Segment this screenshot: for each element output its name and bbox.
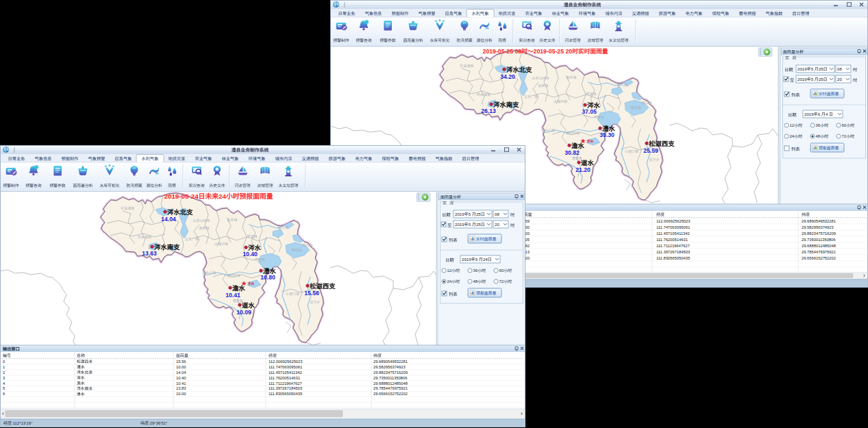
svg-text:29.8823475716209: 29.8823475716209 <box>373 370 408 375</box>
svg-text:111.397267184503: 111.397267184503 <box>269 386 302 390</box>
svg-text:29.8823475716209: 29.8823475716209 <box>802 231 836 236</box>
svg-text:25.59: 25.59 <box>643 147 658 154</box>
svg-text:72: 72 <box>499 279 504 284</box>
svg-text:2019: 2019 <box>804 112 814 116</box>
svg-text:29.7350011350806: 29.7350011350806 <box>802 238 836 242</box>
svg-text:29.582956374923: 29.582956374923 <box>373 365 406 369</box>
svg-text:60: 60 <box>842 123 847 127</box>
svg-text:29.7854476975921: 29.7854476975921 <box>373 386 408 390</box>
svg-text:112.006925625023: 112.006925625023 <box>269 360 303 364</box>
svg-text:2019-05-24: 2019-05-24 <box>164 192 199 200</box>
svg-text:10.40: 10.40 <box>243 251 258 257</box>
svg-text:111.76200514631: 111.76200514631 <box>269 376 300 380</box>
svg-text:29.582956374923: 29.582956374923 <box>802 225 834 229</box>
svg-text:08: 08 <box>495 212 499 216</box>
svg-text:0: 0 <box>3 360 5 364</box>
svg-text:25: 25 <box>819 66 823 71</box>
svg-text:15.56: 15.56 <box>176 360 186 364</box>
svg-text::29°36'51": :29°36'51" <box>149 421 167 425</box>
svg-text:10.41: 10.41 <box>176 381 186 386</box>
svg-text:29.7854476975921: 29.7854476975921 <box>802 250 836 254</box>
svg-text::112°13'19": :112°13'19" <box>12 421 32 425</box>
svg-text:36: 36 <box>473 268 478 273</box>
svg-text:2019: 2019 <box>462 257 471 262</box>
svg-text:10.41: 10.41 <box>225 292 240 299</box>
svg-text:13.83: 13.83 <box>176 386 186 390</box>
svg-text:6: 6 <box>3 392 5 396</box>
svg-text:25: 25 <box>819 77 823 81</box>
svg-text:08: 08 <box>837 66 842 71</box>
svg-text:29.7350011350806: 29.7350011350806 <box>373 376 408 380</box>
svg-text:2019-05-25 20: 2019-05-25 20 <box>534 48 573 55</box>
svg-text:5: 5 <box>3 386 5 390</box>
svg-text:29.6566152752202: 29.6566152752202 <box>373 392 408 396</box>
svg-text:111.457105411342: 111.457105411342 <box>269 370 302 375</box>
svg-text:1: 1 <box>3 365 5 369</box>
svg-text:3: 3 <box>3 376 5 380</box>
svg-text:21.20: 21.20 <box>575 166 591 173</box>
svg-text:111.747063095061: 111.747063095061 <box>656 225 690 229</box>
svg-text:15.56: 15.56 <box>304 290 319 297</box>
svg-text:20: 20 <box>837 77 842 81</box>
svg-text:12: 12 <box>447 268 452 273</box>
svg-text:111.830565050435: 111.830565050435 <box>656 256 690 260</box>
svg-text:25: 25 <box>476 212 481 216</box>
svg-text:34.20: 34.20 <box>500 73 515 80</box>
svg-text:2019: 2019 <box>455 212 464 216</box>
svg-text:10.80: 10.80 <box>260 274 275 281</box>
svg-text:29.6890549532281: 29.6890549532281 <box>802 219 836 223</box>
svg-text:72: 72 <box>842 134 847 138</box>
svg-text:36: 36 <box>816 123 821 127</box>
svg-text:111.711219647627: 111.711219647627 <box>269 381 302 386</box>
svg-text:60: 60 <box>499 268 504 273</box>
svg-text:24: 24 <box>483 257 488 262</box>
svg-text:29.6890549532281: 29.6890549532281 <box>373 360 408 364</box>
svg-text:48: 48 <box>473 279 478 284</box>
svg-text:48: 48 <box>816 134 821 138</box>
svg-text:111.747063095061: 111.747063095061 <box>269 365 302 369</box>
svg-text:29.6888012485048: 29.6888012485048 <box>802 244 836 248</box>
svg-text:29.6888012485048: 29.6888012485048 <box>373 381 408 386</box>
svg-text:26.13: 26.13 <box>481 108 496 114</box>
svg-text:24: 24 <box>447 279 452 284</box>
svg-text:10.00: 10.00 <box>176 392 186 396</box>
svg-text:24: 24 <box>219 192 226 200</box>
svg-text:2019: 2019 <box>797 77 807 81</box>
svg-text:14.04: 14.04 <box>176 370 186 375</box>
svg-text:111.76200514631: 111.76200514631 <box>656 238 688 242</box>
svg-text:12: 12 <box>790 123 795 127</box>
svg-text:111.830565050435: 111.830565050435 <box>269 392 302 396</box>
svg-text:10.40: 10.40 <box>176 376 186 380</box>
svg-text:30.82: 30.82 <box>565 149 580 156</box>
svg-text:111.457105411342: 111.457105411342 <box>656 231 690 236</box>
svg-text:2: 2 <box>3 370 5 375</box>
svg-text:10.00: 10.00 <box>176 365 186 369</box>
svg-text:2019-05-25 08: 2019-05-25 08 <box>483 48 522 55</box>
svg-text:35.30: 35.30 <box>599 131 615 138</box>
svg-text:24: 24 <box>790 134 795 138</box>
svg-text:2019: 2019 <box>797 66 807 71</box>
svg-text:2019: 2019 <box>455 222 464 227</box>
svg-text:37.05: 37.05 <box>582 108 597 115</box>
svg-text:29.6566152752202: 29.6566152752202 <box>802 256 836 260</box>
svg-text:13.63: 13.63 <box>142 250 157 257</box>
svg-text:10.09: 10.09 <box>236 309 251 316</box>
svg-text:25: 25 <box>476 222 481 227</box>
svg-text:20: 20 <box>495 222 499 227</box>
svg-text:111.397267184503: 111.397267184503 <box>656 250 690 254</box>
svg-text:14.04: 14.04 <box>161 216 176 223</box>
svg-text:112.006925625023: 112.006925625023 <box>656 219 691 223</box>
svg-text:111.711219647627: 111.711219647627 <box>656 244 690 248</box>
